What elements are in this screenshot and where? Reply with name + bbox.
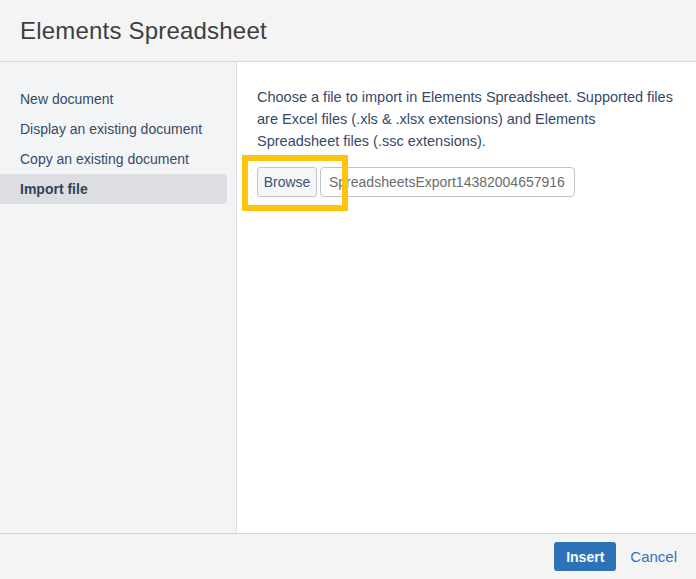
sidebar-item-new-document[interactable]: New document <box>0 84 227 114</box>
dialog-header: Elements Spreadsheet <box>0 0 696 62</box>
import-panel: Choose a file to import in Elements Spre… <box>237 62 696 533</box>
file-name-input[interactable] <box>320 167 575 197</box>
sidebar-item-import-file[interactable]: Import file <box>0 174 227 204</box>
file-picker-row: Browse <box>257 167 676 197</box>
cancel-link[interactable]: Cancel <box>630 548 677 565</box>
sidebar-item-copy-existing[interactable]: Copy an existing document <box>0 144 227 174</box>
insert-button[interactable]: Insert <box>554 542 616 571</box>
sidebar-item-display-existing[interactable]: Display an existing document <box>0 114 227 144</box>
dialog-body: New document Display an existing documen… <box>0 62 696 533</box>
elements-spreadsheet-dialog: Elements Spreadsheet New document Displa… <box>0 0 696 579</box>
dialog-title: Elements Spreadsheet <box>20 17 267 45</box>
browse-button[interactable]: Browse <box>257 167 317 197</box>
import-description: Choose a file to import in Elements Spre… <box>257 86 676 152</box>
dialog-footer: Insert Cancel <box>0 533 696 579</box>
sidebar: New document Display an existing documen… <box>0 62 237 533</box>
